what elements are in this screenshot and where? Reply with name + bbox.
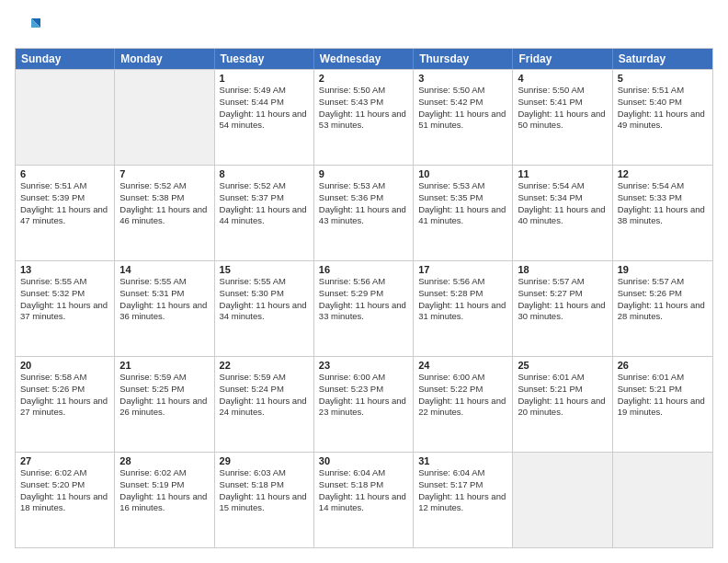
calendar-cell: 8Sunrise: 5:52 AMSunset: 5:37 PMDaylight…	[215, 166, 314, 260]
daylight-text: Daylight: 11 hours and 44 minutes.	[220, 204, 309, 228]
sunset-text: Sunset: 5:22 PM	[418, 384, 507, 396]
sunrise-text: Sunrise: 5:52 AM	[119, 180, 209, 192]
sunrise-text: Sunrise: 6:04 AM	[319, 467, 408, 479]
day-number: 26	[618, 360, 708, 371]
calendar-cell: 24Sunrise: 6:00 AMSunset: 5:22 PMDayligh…	[414, 357, 513, 452]
day-number: 8	[220, 168, 309, 179]
calendar-cell	[16, 70, 115, 165]
day-number: 6	[20, 168, 109, 179]
day-number: 29	[220, 455, 309, 466]
sunset-text: Sunset: 5:27 PM	[518, 288, 607, 300]
calendar: SundayMondayTuesdayWednesdayThursdayFrid…	[15, 48, 713, 548]
sunset-text: Sunset: 5:41 PM	[518, 97, 607, 109]
daylight-text: Daylight: 11 hours and 30 minutes.	[518, 300, 607, 324]
day-number: 5	[618, 73, 708, 84]
day-number: 22	[220, 360, 309, 371]
sunrise-text: Sunrise: 5:51 AM	[618, 85, 708, 97]
daylight-text: Daylight: 11 hours and 19 minutes.	[618, 396, 708, 419]
sunset-text: Sunset: 5:32 PM	[20, 288, 109, 300]
sunset-text: Sunset: 5:40 PM	[618, 97, 708, 109]
sunrise-text: Sunrise: 6:02 AM	[119, 467, 209, 479]
day-number: 25	[518, 360, 607, 371]
sunrise-text: Sunrise: 5:59 AM	[119, 372, 209, 384]
daylight-text: Daylight: 11 hours and 34 minutes.	[220, 300, 309, 324]
sunrise-text: Sunrise: 5:53 AM	[319, 180, 408, 192]
sunset-text: Sunset: 5:42 PM	[418, 97, 507, 109]
day-number: 14	[119, 264, 209, 275]
weekday-header: Wednesday	[314, 49, 414, 69]
day-number: 13	[20, 264, 109, 275]
calendar-cell: 3Sunrise: 5:50 AMSunset: 5:42 PMDaylight…	[414, 70, 513, 165]
sunrise-text: Sunrise: 5:56 AM	[319, 276, 408, 288]
day-number: 23	[319, 360, 408, 371]
day-number: 31	[418, 455, 507, 466]
calendar-row: 6Sunrise: 5:51 AMSunset: 5:39 PMDaylight…	[16, 165, 712, 260]
calendar-cell: 26Sunrise: 6:01 AMSunset: 5:21 PMDayligh…	[613, 357, 712, 452]
calendar-cell: 14Sunrise: 5:55 AMSunset: 5:31 PMDayligh…	[115, 261, 214, 356]
daylight-text: Daylight: 11 hours and 50 minutes.	[518, 109, 607, 132]
sunrise-text: Sunrise: 5:50 AM	[319, 85, 408, 97]
sunrise-text: Sunrise: 5:56 AM	[418, 276, 507, 288]
day-number: 24	[418, 360, 507, 371]
daylight-text: Daylight: 11 hours and 14 minutes.	[319, 491, 408, 515]
sunrise-text: Sunrise: 5:57 AM	[618, 276, 708, 288]
sunrise-text: Sunrise: 6:01 AM	[518, 372, 607, 384]
sunrise-text: Sunrise: 5:50 AM	[518, 85, 607, 97]
daylight-text: Daylight: 11 hours and 26 minutes.	[119, 396, 209, 419]
daylight-text: Daylight: 11 hours and 41 minutes.	[418, 204, 507, 228]
sunrise-text: Sunrise: 6:00 AM	[319, 372, 408, 384]
sunrise-text: Sunrise: 5:55 AM	[119, 276, 209, 288]
calendar-row: 1Sunrise: 5:49 AMSunset: 5:44 PMDaylight…	[16, 69, 712, 165]
calendar-cell: 5Sunrise: 5:51 AMSunset: 5:40 PMDaylight…	[613, 70, 712, 165]
daylight-text: Daylight: 11 hours and 20 minutes.	[518, 396, 607, 419]
sunrise-text: Sunrise: 5:55 AM	[220, 276, 309, 288]
day-number: 4	[518, 73, 607, 84]
daylight-text: Daylight: 11 hours and 38 minutes.	[618, 204, 708, 228]
day-number: 10	[418, 168, 507, 179]
weekday-header: Sunday	[16, 49, 115, 69]
calendar-cell: 9Sunrise: 5:53 AMSunset: 5:36 PMDaylight…	[314, 166, 414, 260]
sunset-text: Sunset: 5:44 PM	[220, 97, 309, 109]
calendar-cell	[513, 453, 612, 547]
daylight-text: Daylight: 11 hours and 49 minutes.	[618, 109, 708, 132]
daylight-text: Daylight: 11 hours and 15 minutes.	[220, 491, 309, 515]
daylight-text: Daylight: 11 hours and 54 minutes.	[220, 109, 309, 132]
calendar-cell: 1Sunrise: 5:49 AMSunset: 5:44 PMDaylight…	[215, 70, 314, 165]
sunset-text: Sunset: 5:24 PM	[220, 384, 309, 396]
day-number: 30	[319, 455, 408, 466]
sunrise-text: Sunrise: 5:59 AM	[220, 372, 309, 384]
sunrise-text: Sunrise: 6:02 AM	[20, 467, 109, 479]
sunset-text: Sunset: 5:33 PM	[618, 192, 708, 204]
day-number: 27	[20, 455, 109, 466]
calendar-cell: 6Sunrise: 5:51 AMSunset: 5:39 PMDaylight…	[16, 166, 115, 260]
sunset-text: Sunset: 5:38 PM	[119, 192, 209, 204]
daylight-text: Daylight: 11 hours and 28 minutes.	[618, 300, 708, 324]
calendar-cell: 22Sunrise: 5:59 AMSunset: 5:24 PMDayligh…	[215, 357, 314, 452]
daylight-text: Daylight: 11 hours and 23 minutes.	[319, 396, 408, 419]
calendar-cell: 16Sunrise: 5:56 AMSunset: 5:29 PMDayligh…	[314, 261, 414, 356]
sunrise-text: Sunrise: 6:03 AM	[220, 467, 309, 479]
calendar-cell: 29Sunrise: 6:03 AMSunset: 5:18 PMDayligh…	[215, 453, 314, 547]
calendar-cell: 12Sunrise: 5:54 AMSunset: 5:33 PMDayligh…	[613, 166, 712, 260]
day-number: 17	[418, 264, 507, 275]
calendar-cell: 10Sunrise: 5:53 AMSunset: 5:35 PMDayligh…	[414, 166, 513, 260]
daylight-text: Daylight: 11 hours and 24 minutes.	[220, 396, 309, 419]
sunset-text: Sunset: 5:23 PM	[319, 384, 408, 396]
sunrise-text: Sunrise: 5:50 AM	[418, 85, 507, 97]
sunset-text: Sunset: 5:43 PM	[319, 97, 408, 109]
daylight-text: Daylight: 11 hours and 31 minutes.	[418, 300, 507, 324]
sunset-text: Sunset: 5:17 PM	[418, 479, 507, 491]
day-number: 7	[119, 168, 209, 179]
weekday-header: Thursday	[414, 49, 513, 69]
sunset-text: Sunset: 5:19 PM	[119, 479, 209, 491]
sunset-text: Sunset: 5:34 PM	[518, 192, 607, 204]
calendar-cell: 4Sunrise: 5:50 AMSunset: 5:41 PMDaylight…	[513, 70, 612, 165]
sunset-text: Sunset: 5:39 PM	[20, 192, 109, 204]
calendar-cell: 19Sunrise: 5:57 AMSunset: 5:26 PMDayligh…	[613, 261, 712, 356]
calendar-cell: 13Sunrise: 5:55 AMSunset: 5:32 PMDayligh…	[16, 261, 115, 356]
day-number: 28	[119, 455, 209, 466]
calendar-body: 1Sunrise: 5:49 AMSunset: 5:44 PMDaylight…	[16, 69, 712, 547]
calendar-row: 20Sunrise: 5:58 AMSunset: 5:26 PMDayligh…	[16, 356, 712, 452]
sunset-text: Sunset: 5:18 PM	[220, 479, 309, 491]
sunrise-text: Sunrise: 5:57 AM	[518, 276, 607, 288]
